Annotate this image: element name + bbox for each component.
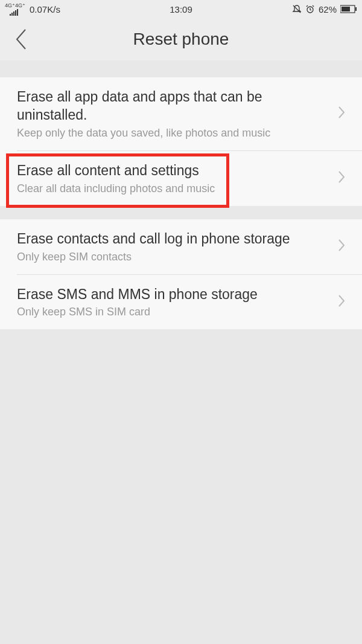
spacer	[0, 206, 362, 219]
svg-rect-0	[10, 14, 11, 16]
chevron-right-icon	[338, 170, 345, 186]
list-item-title: Erase all content and settings	[17, 162, 321, 180]
page-title: Reset phone	[0, 30, 362, 49]
erase-sms-item[interactable]: Erase SMS and MMS in phone storage Only …	[0, 275, 362, 330]
list-item-content: Erase all app data and apps that can be …	[17, 88, 345, 140]
list-item-content: Erase all content and settings Clear all…	[17, 162, 345, 195]
data-speed-label: 0.07K/s	[30, 4, 60, 14]
svg-rect-2	[13, 11, 14, 16]
back-icon	[14, 28, 28, 51]
chevron-right-icon	[338, 294, 345, 310]
list-item-subtitle: Only keep SIM contacts	[17, 251, 321, 263]
list-item-title: Erase contacts and call log in phone sto…	[17, 230, 321, 248]
battery-icon	[340, 5, 357, 13]
svg-rect-1	[11, 13, 13, 16]
list-item-title: Erase all app data and apps that can be …	[17, 88, 321, 124]
back-button[interactable]	[14, 28, 28, 51]
list-item-title: Erase SMS and MMS in phone storage	[17, 286, 321, 304]
spacer	[0, 60, 362, 77]
status-bar-time: 13:09	[170, 4, 192, 14]
reset-section-2: Erase contacts and call log in phone sto…	[0, 219, 362, 330]
list-item-content: Erase SMS and MMS in phone storage Only …	[17, 286, 345, 319]
svg-rect-4	[17, 9, 18, 16]
list-item-subtitle: Clear all data including photos and musi…	[17, 182, 321, 195]
svg-rect-7	[355, 7, 357, 11]
alarm-icon	[305, 4, 315, 14]
list-item-content: Erase contacts and call log in phone sto…	[17, 230, 345, 263]
status-bar: 4G⁺4G⁺ 0.07K/s 13:09 62%	[0, 0, 362, 18]
status-bar-right: 62%	[292, 4, 357, 14]
list-item-subtitle: Keep only the data you saved, like photo…	[17, 127, 321, 140]
battery-pct-label: 62%	[319, 4, 337, 14]
dnd-icon	[292, 4, 302, 14]
list-item-subtitle: Only keep SMS in SIM card	[17, 306, 321, 318]
erase-contacts-item[interactable]: Erase contacts and call log in phone sto…	[0, 219, 362, 274]
signal-net-label: 4G⁺4G⁺	[5, 3, 25, 8]
svg-rect-8	[341, 7, 350, 11]
signal-icon	[10, 8, 21, 16]
erase-app-data-item[interactable]: Erase all app data and apps that can be …	[0, 77, 362, 150]
header: Reset phone	[0, 18, 362, 60]
chevron-right-icon	[338, 106, 345, 121]
chevron-right-icon	[338, 239, 345, 254]
reset-section-1: Erase all app data and apps that can be …	[0, 77, 362, 206]
svg-rect-3	[15, 10, 16, 16]
status-bar-left: 4G⁺4G⁺ 0.07K/s	[5, 3, 60, 16]
erase-all-content-item[interactable]: Erase all content and settings Clear all…	[0, 151, 362, 206]
